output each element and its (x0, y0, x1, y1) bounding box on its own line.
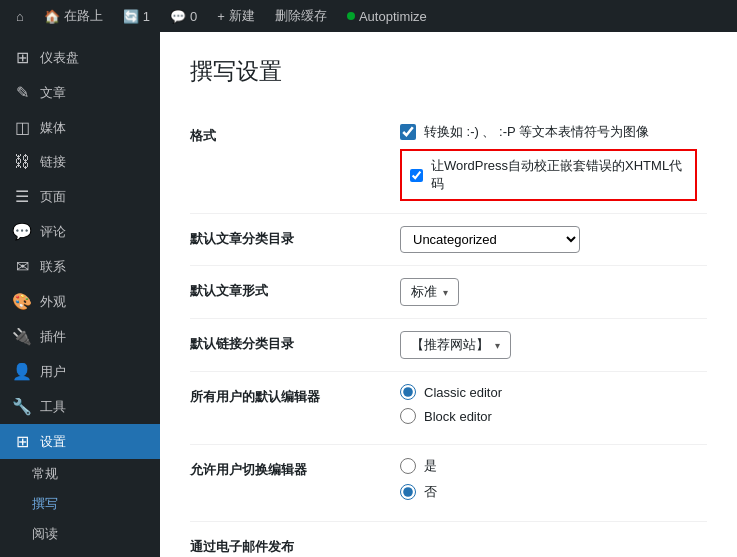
default-link-category-label: 默认链接分类目录 (190, 319, 390, 372)
settings-table: 格式 转换如 :-) 、 :-P 等文本表情符号为图像 让WordPress自动… (190, 111, 707, 557)
appearance-icon: 🎨 (12, 292, 32, 311)
sidebar-label: 工具 (40, 398, 66, 416)
yes-label: 是 (424, 457, 437, 475)
sidebar-sub-writing[interactable]: 撰写 (0, 489, 160, 519)
default-category-field: Uncategorized (390, 214, 707, 266)
pages-icon: ☰ (12, 187, 32, 206)
format-label: 格式 (190, 111, 390, 214)
autoptimize-dot-icon (347, 12, 355, 20)
no-radio-row: 否 (400, 483, 697, 501)
default-post-format-row: 默认文章形式 标准 ▾ (190, 266, 707, 319)
format-field: 转换如 :-) 、 :-P 等文本表情符号为图像 让WordPress自动校正嵌… (390, 111, 707, 214)
post-format-dropdown[interactable]: 标准 ▾ (400, 278, 459, 306)
post-format-value: 标准 (411, 283, 437, 301)
dashboard-icon: ⊞ (12, 48, 32, 67)
default-category-label: 默认文章分类目录 (190, 214, 390, 266)
xhtml-label: 让WordPress自动校正嵌套错误的XHTML代码 (431, 157, 687, 193)
sidebar-item-settings[interactable]: ⊞ 设置 (0, 424, 160, 459)
sidebar-item-plugins[interactable]: 🔌 插件 (0, 319, 160, 354)
sidebar-sub-reading[interactable]: 阅读 (0, 519, 160, 549)
new-item[interactable]: + 新建 (209, 0, 263, 32)
plus-icon: + (217, 9, 225, 24)
sidebar-item-comments[interactable]: 💬 评论 (0, 214, 160, 249)
sidebar-label: 文章 (40, 84, 66, 102)
default-post-format-field: 标准 ▾ (390, 266, 707, 319)
tools-icon: 🔧 (12, 397, 32, 416)
sidebar-item-posts[interactable]: ✎ 文章 (0, 75, 160, 110)
sidebar-label: 评论 (40, 223, 66, 241)
xhtml-checkbox[interactable] (410, 169, 423, 182)
link-category-value: 【推荐网站】 (411, 336, 489, 354)
sidebar-label: 页面 (40, 188, 66, 206)
sidebar-item-pages[interactable]: ☰ 页面 (0, 179, 160, 214)
emoji-checkbox-row: 转换如 :-) 、 :-P 等文本表情符号为图像 (400, 123, 697, 141)
chevron-down-icon: ▾ (443, 287, 448, 298)
classic-editor-label: Classic editor (424, 385, 502, 400)
users-icon: 👤 (12, 362, 32, 381)
default-category-row: 默认文章分类目录 Uncategorized (190, 214, 707, 266)
page-title: 撰写设置 (190, 56, 707, 87)
sidebar-label: 媒体 (40, 119, 66, 137)
block-editor-radio-row: Block editor (400, 408, 697, 424)
admin-bar: ⌂ 🏠 在路上 🔄 1 💬 0 + 新建 删除缓存 Autoptimize (0, 0, 737, 32)
sidebar-label: 外观 (40, 293, 66, 311)
contact-icon: ✉ (12, 257, 32, 276)
content-area: 撰写设置 格式 转换如 :-) 、 :-P 等文本表情符号为图像 让WordPr… (160, 32, 737, 557)
link-category-dropdown[interactable]: 【推荐网站】 ▾ (400, 331, 511, 359)
media-icon: ◫ (12, 118, 32, 137)
allow-switch-field: 是 否 (390, 445, 707, 522)
default-editor-row: 所有用户的默认编辑器 Classic editor Block editor (190, 372, 707, 445)
site-icon: 🏠 (44, 9, 60, 24)
emoji-label: 转换如 :-) 、 :-P 等文本表情符号为图像 (424, 123, 649, 141)
sidebar-label: 仪表盘 (40, 49, 79, 67)
chevron-down-icon: ▾ (495, 340, 500, 351)
sidebar-item-tools[interactable]: 🔧 工具 (0, 389, 160, 424)
updates-item[interactable]: 🔄 1 (115, 0, 158, 32)
updates-icon: 🔄 (123, 9, 139, 24)
sidebar-item-links[interactable]: ⛓ 链接 (0, 145, 160, 179)
site-name-item[interactable]: 🏠 在路上 (36, 0, 111, 32)
sidebar-item-media[interactable]: ◫ 媒体 (0, 110, 160, 145)
sidebar: ⊞ 仪表盘 ✎ 文章 ◫ 媒体 ⛓ 链接 ☰ 页面 💬 评论 ✉ 联系 🎨 (0, 32, 160, 557)
comments-item[interactable]: 💬 0 (162, 0, 205, 32)
default-editor-field: Classic editor Block editor (390, 372, 707, 445)
sidebar-sub-general[interactable]: 常规 (0, 459, 160, 489)
radio-no[interactable] (400, 484, 416, 500)
post-via-email-row: 通过电子邮件发布 (190, 522, 707, 558)
emoji-checkbox[interactable] (400, 124, 416, 140)
sidebar-item-dashboard[interactable]: ⊞ 仪表盘 (0, 40, 160, 75)
default-editor-label: 所有用户的默认编辑器 (190, 372, 390, 445)
format-row: 格式 转换如 :-) 、 :-P 等文本表情符号为图像 让WordPress自动… (190, 111, 707, 214)
default-link-category-field: 【推荐网站】 ▾ (390, 319, 707, 372)
post-via-email-label: 通过电子邮件发布 (190, 522, 390, 558)
sidebar-label: 设置 (40, 433, 66, 451)
comments-sidebar-icon: 💬 (12, 222, 32, 241)
sidebar-item-appearance[interactable]: 🎨 外观 (0, 284, 160, 319)
no-label: 否 (424, 483, 437, 501)
allow-switch-label: 允许用户切换编辑器 (190, 445, 390, 522)
sidebar-label: 用户 (40, 363, 66, 381)
default-link-category-row: 默认链接分类目录 【推荐网站】 ▾ (190, 319, 707, 372)
site-name-label: 在路上 (64, 7, 103, 25)
xhtml-checkbox-row: 让WordPress自动校正嵌套错误的XHTML代码 (400, 149, 697, 201)
block-editor-label: Block editor (424, 409, 492, 424)
classic-editor-radio-row: Classic editor (400, 384, 697, 400)
sidebar-label: 链接 (40, 153, 66, 171)
default-post-format-label: 默认文章形式 (190, 266, 390, 319)
plugins-icon: 🔌 (12, 327, 32, 346)
sidebar-label: 插件 (40, 328, 66, 346)
radio-block-editor[interactable] (400, 408, 416, 424)
sidebar-item-users[interactable]: 👤 用户 (0, 354, 160, 389)
clear-cache-item[interactable]: 删除缓存 (267, 0, 335, 32)
autoptimize-item[interactable]: Autoptimize (339, 0, 435, 32)
radio-classic-editor[interactable] (400, 384, 416, 400)
wp-logo-item[interactable]: ⌂ (8, 0, 32, 32)
yes-radio-row: 是 (400, 457, 697, 475)
radio-yes[interactable] (400, 458, 416, 474)
comments-icon: 💬 (170, 9, 186, 24)
posts-icon: ✎ (12, 83, 32, 102)
category-select[interactable]: Uncategorized (400, 226, 580, 253)
sidebar-item-contact[interactable]: ✉ 联系 (0, 249, 160, 284)
settings-icon: ⊞ (12, 432, 32, 451)
allow-switch-row: 允许用户切换编辑器 是 否 (190, 445, 707, 522)
